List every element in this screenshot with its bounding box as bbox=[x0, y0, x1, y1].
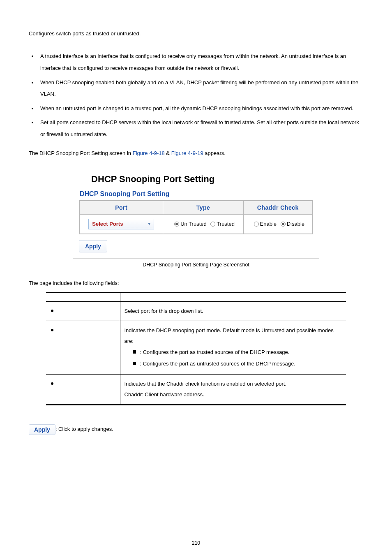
figure-link-2[interactable]: Figure 4-9-19 bbox=[171, 150, 203, 156]
list-item: A trusted interface is an interface that… bbox=[38, 51, 363, 74]
page-number: 210 bbox=[0, 540, 392, 546]
radio-enable[interactable] bbox=[254, 222, 259, 227]
table-row: Select port for this drop down list. bbox=[46, 301, 346, 321]
field-description: Indicates that the Chaddr check function… bbox=[120, 374, 346, 405]
intro-amp: & bbox=[165, 150, 171, 156]
sub-text: : Configures the port as untrusted sourc… bbox=[140, 361, 295, 367]
radio-disable[interactable] bbox=[281, 222, 286, 227]
panel-heading: DHCP Snooping Port Setting bbox=[79, 189, 313, 200]
intro-suffix: appears. bbox=[203, 150, 226, 156]
th-port: Port bbox=[79, 201, 163, 215]
radio-untrusted[interactable] bbox=[174, 222, 179, 227]
radio-disable-label: Disable bbox=[287, 221, 304, 227]
apply-button[interactable]: Apply bbox=[79, 240, 107, 252]
field-description: Indicates the DHCP snooping port mode. D… bbox=[120, 321, 346, 374]
fields-th-description bbox=[120, 292, 346, 301]
fields-th-object bbox=[46, 292, 120, 301]
screenshot-intro: The DHCP Snooping Port Setting screen in… bbox=[29, 148, 363, 159]
settings-table: Port Type Chaddr Check Select Ports ▼ Un… bbox=[79, 200, 313, 234]
intro-prefix: The DHCP Snooping Port Setting screen in bbox=[29, 150, 133, 156]
fields-table: Select port for this drop down list. Ind… bbox=[46, 292, 346, 405]
radio-trusted[interactable] bbox=[210, 222, 215, 227]
field-object bbox=[46, 301, 120, 321]
radio-trusted-label: Trusted bbox=[217, 221, 235, 227]
chevron-down-icon: ▼ bbox=[147, 222, 151, 226]
list-item: When an untrusted port is changed to a t… bbox=[38, 103, 363, 115]
list-item: Set all ports connected to DHCP servers … bbox=[38, 117, 363, 140]
list-item: When DHCP snooping enabled both globally… bbox=[38, 77, 363, 100]
table-row: Indicates that the Chaddr check function… bbox=[46, 374, 346, 405]
select-ports-label: Select Ports bbox=[92, 221, 123, 227]
field-object bbox=[46, 321, 120, 374]
apply-desc: : Click to apply changes. bbox=[55, 426, 113, 432]
radio-enable-label: Enable bbox=[260, 221, 277, 227]
type-desc-line: Indicates the DHCP snooping port mode. D… bbox=[125, 327, 334, 344]
radio-untrusted-label: Un Trusted bbox=[180, 221, 207, 227]
lead-paragraph: Configures switch ports as trusted or un… bbox=[29, 29, 363, 38]
th-chaddr: Chaddr Check bbox=[243, 201, 313, 215]
select-ports-dropdown[interactable]: Select Ports ▼ bbox=[88, 219, 154, 229]
field-description: Select port for this drop down list. bbox=[120, 301, 346, 321]
type-cell: Un Trusted Trusted bbox=[163, 214, 243, 234]
sub-text: : Configures the port as trusted sources… bbox=[140, 349, 290, 355]
screenshot-title: DHCP Snooping Port Setting bbox=[91, 174, 313, 185]
command-usage-list: A trusted interface is an interface that… bbox=[29, 51, 363, 140]
chaddr-cell: Enable Disable bbox=[243, 214, 313, 234]
list-item: : Configures the port as untrusted sourc… bbox=[133, 358, 342, 370]
field-object bbox=[46, 374, 120, 405]
screenshot-caption: DHCP Snooping Port Setting Page Screensh… bbox=[29, 262, 363, 268]
table-row: Indicates the DHCP snooping port mode. D… bbox=[46, 321, 346, 374]
apply-button-sample[interactable]: Apply bbox=[29, 424, 55, 435]
list-item: : Configures the port as trusted sources… bbox=[133, 347, 342, 358]
fields-intro: The page includes the following fields: bbox=[29, 280, 363, 286]
screenshot-frame: DHCP Snooping Port Setting DHCP Snooping… bbox=[73, 168, 319, 259]
chaddr-line2: Chaddr: Client hardware address. bbox=[125, 391, 204, 398]
buttons-section: Apply: Click to apply changes. bbox=[29, 424, 363, 435]
th-type: Type bbox=[163, 201, 243, 215]
figure-link-1[interactable]: Figure 4-9-18 bbox=[133, 150, 165, 156]
chaddr-line1: Indicates that the Chaddr check function… bbox=[125, 381, 287, 387]
